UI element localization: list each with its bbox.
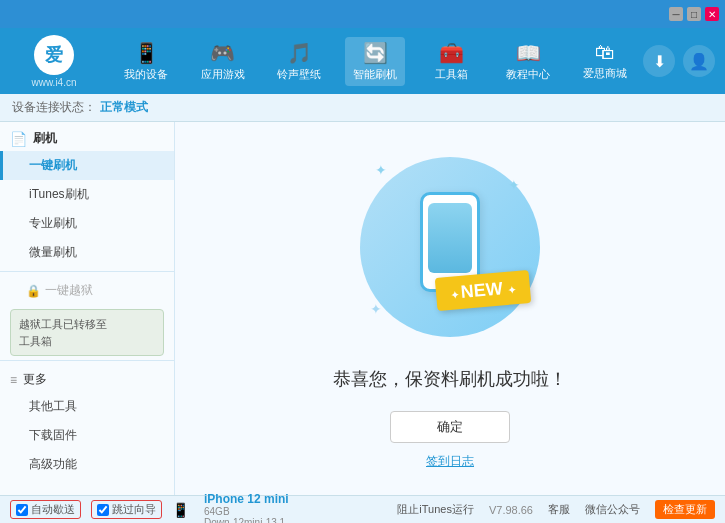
bottom-right: 阻止iTunes运行 V7.98.66 客服 微信公众号 检查更新 bbox=[397, 500, 715, 519]
sparkle-3: ✦ bbox=[370, 301, 382, 317]
close-button[interactable]: ✕ bbox=[705, 7, 719, 21]
status-value: 正常模式 bbox=[100, 99, 148, 116]
flash-section-icon: 📄 bbox=[10, 131, 27, 147]
status-bar: 设备连接状态： 正常模式 bbox=[0, 94, 725, 122]
header: 爱 www.i4.cn 📱 我的设备 🎮 应用游戏 🎵 铃声壁纸 🔄 智能刷机 … bbox=[0, 28, 725, 94]
nav-ringtone[interactable]: 🎵 铃声壁纸 bbox=[269, 37, 329, 86]
itunes-flash-label: iTunes刷机 bbox=[29, 187, 89, 201]
my-device-icon: 📱 bbox=[134, 41, 159, 65]
logo: 爱 www.i4.cn bbox=[10, 35, 98, 88]
title-bar: ─ □ ✕ bbox=[0, 0, 725, 28]
device-info: iPhone 12 mini 64GB Down-12mini-13,1 bbox=[204, 492, 289, 524]
version-text: V7.98.66 bbox=[489, 504, 533, 516]
skip-wizard-input[interactable] bbox=[97, 504, 109, 516]
pro-flash-label: 专业刷机 bbox=[29, 216, 77, 230]
grayed-jailbreak-label: 一键越狱 bbox=[45, 282, 93, 299]
bottom-left: 自动歇送 跳过向导 📱 iPhone 12 mini 64GB Down-12m… bbox=[10, 492, 397, 524]
flash-section-header: 📄 刷机 bbox=[0, 122, 174, 151]
lock-icon: 🔒 bbox=[26, 284, 41, 298]
mall-icon: 🛍 bbox=[595, 41, 615, 64]
success-title: 恭喜您，保资料刷机成功啦！ bbox=[333, 367, 567, 391]
sidebar: 📄 刷机 一键刷机 iTunes刷机 专业刷机 微量刷机 🔒 一键越狱 越狱工具… bbox=[0, 122, 175, 495]
nav-my-device[interactable]: 📱 我的设备 bbox=[116, 37, 176, 86]
download-firmware-label: 下载固件 bbox=[29, 428, 77, 442]
sidebar-item-micro-flash[interactable]: 微量刷机 bbox=[0, 238, 174, 267]
skip-wizard-label: 跳过向导 bbox=[112, 502, 156, 517]
tutorial-label: 教程中心 bbox=[506, 67, 550, 82]
smart-flash-label: 智能刷机 bbox=[353, 67, 397, 82]
sidebar-item-download-firmware[interactable]: 下载固件 bbox=[0, 421, 174, 450]
logo-text: 爱 bbox=[45, 43, 63, 67]
success-illustration: ✦ ✦ ✦ NEW bbox=[350, 147, 550, 347]
sidebar-item-advanced[interactable]: 高级功能 bbox=[0, 450, 174, 479]
ringtone-label: 铃声壁纸 bbox=[277, 67, 321, 82]
illus-phone-screen bbox=[428, 203, 472, 273]
device-system: Down-12mini-13,1 bbox=[204, 517, 289, 524]
sidebar-item-other-tools[interactable]: 其他工具 bbox=[0, 392, 174, 421]
my-device-label: 我的设备 bbox=[124, 67, 168, 82]
sidebar-divider-1 bbox=[0, 271, 174, 272]
sidebar-grayed-jailbreak: 🔒 一键越狱 bbox=[0, 276, 174, 305]
sidebar-item-itunes-flash[interactable]: iTunes刷机 bbox=[0, 180, 174, 209]
nav-smart-flash[interactable]: 🔄 智能刷机 bbox=[345, 37, 405, 86]
header-right: ⬇ 👤 bbox=[643, 45, 715, 77]
service-link[interactable]: 客服 bbox=[548, 502, 570, 517]
more-section-icon: ≡ bbox=[10, 373, 17, 387]
content-area: ✦ ✦ ✦ NEW 恭喜您，保资料刷机成功啦！ 确定 签到日志 bbox=[175, 122, 725, 495]
flash-section-label: 刷机 bbox=[33, 130, 57, 147]
mall-label: 爱思商城 bbox=[583, 66, 627, 81]
sidebar-note: 越狱工具已转移至工具箱 bbox=[10, 309, 164, 356]
advanced-label: 高级功能 bbox=[29, 457, 77, 471]
nav-app-game[interactable]: 🎮 应用游戏 bbox=[193, 37, 253, 86]
main-layout: 📄 刷机 一键刷机 iTunes刷机 专业刷机 微量刷机 🔒 一键越狱 越狱工具… bbox=[0, 122, 725, 495]
sidebar-divider-2 bbox=[0, 360, 174, 361]
nav-tutorial[interactable]: 📖 教程中心 bbox=[498, 37, 558, 86]
app-game-icon: 🎮 bbox=[210, 41, 235, 65]
status-label: 设备连接状态： bbox=[12, 99, 96, 116]
user-button[interactable]: 👤 bbox=[683, 45, 715, 77]
auto-send-input[interactable] bbox=[16, 504, 28, 516]
ringtone-icon: 🎵 bbox=[287, 41, 312, 65]
sparkle-2: ✦ bbox=[508, 177, 520, 193]
wechat-link[interactable]: 微信公众号 bbox=[585, 502, 640, 517]
minimize-button[interactable]: ─ bbox=[669, 7, 683, 21]
logo-icon: 爱 bbox=[34, 35, 74, 75]
daily-link[interactable]: 签到日志 bbox=[426, 453, 474, 470]
other-tools-label: 其他工具 bbox=[29, 399, 77, 413]
skip-wizard-checkbox[interactable]: 跳过向导 bbox=[91, 500, 162, 519]
confirm-button[interactable]: 确定 bbox=[390, 411, 510, 443]
sidebar-item-one-click-flash[interactable]: 一键刷机 bbox=[0, 151, 174, 180]
sidebar-more-items: 其他工具 下载固件 高级功能 bbox=[0, 392, 174, 479]
tutorial-icon: 📖 bbox=[516, 41, 541, 65]
maximize-button[interactable]: □ bbox=[687, 7, 701, 21]
update-button[interactable]: 检查更新 bbox=[655, 500, 715, 519]
sidebar-note-text: 越狱工具已转移至工具箱 bbox=[19, 318, 107, 347]
nav-items: 📱 我的设备 🎮 应用游戏 🎵 铃声壁纸 🔄 智能刷机 🧰 工具箱 📖 教程中心… bbox=[108, 37, 643, 86]
more-section-label: 更多 bbox=[23, 371, 47, 388]
device-phone-icon: 📱 bbox=[172, 502, 189, 518]
itunes-label[interactable]: 阻止iTunes运行 bbox=[397, 502, 474, 517]
title-bar-controls: ─ □ ✕ bbox=[669, 7, 719, 21]
bottom-bar: 自动歇送 跳过向导 📱 iPhone 12 mini 64GB Down-12m… bbox=[0, 495, 725, 523]
logo-url: www.i4.cn bbox=[31, 77, 76, 88]
toolbox-label: 工具箱 bbox=[435, 67, 468, 82]
toolbox-icon: 🧰 bbox=[439, 41, 464, 65]
device-storage: 64GB bbox=[204, 506, 289, 517]
auto-send-checkbox[interactable]: 自动歇送 bbox=[10, 500, 81, 519]
one-click-flash-label: 一键刷机 bbox=[29, 158, 77, 172]
new-badge-text: NEW bbox=[460, 278, 504, 302]
device-name: iPhone 12 mini bbox=[204, 492, 289, 506]
sparkle-1: ✦ bbox=[375, 162, 387, 178]
app-game-label: 应用游戏 bbox=[201, 67, 245, 82]
nav-mall[interactable]: 🛍 爱思商城 bbox=[575, 37, 635, 85]
nav-toolbox[interactable]: 🧰 工具箱 bbox=[422, 37, 482, 86]
download-button[interactable]: ⬇ bbox=[643, 45, 675, 77]
smart-flash-icon: 🔄 bbox=[363, 41, 388, 65]
sidebar-item-pro-flash[interactable]: 专业刷机 bbox=[0, 209, 174, 238]
auto-send-label: 自动歇送 bbox=[31, 502, 75, 517]
micro-flash-label: 微量刷机 bbox=[29, 245, 77, 259]
more-section-header: ≡ 更多 bbox=[0, 365, 174, 392]
